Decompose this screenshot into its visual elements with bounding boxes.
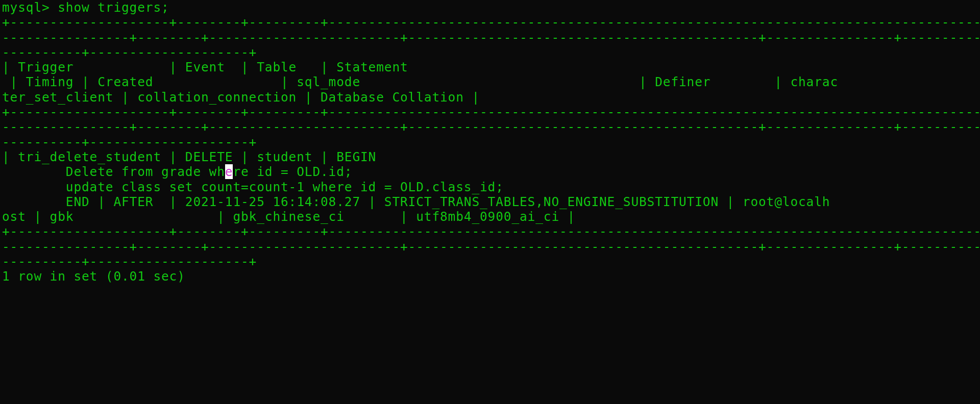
table-border: ----------+--------------------+ bbox=[2, 135, 257, 149]
table-border: ----------------+--------+--------------… bbox=[2, 119, 980, 134]
table-border: +--------------------+--------+---------… bbox=[2, 224, 980, 239]
table-row: re id = OLD.id; bbox=[233, 164, 352, 179]
table-header: | Timing | Created | sql_mode | Definer … bbox=[2, 74, 838, 89]
table-header: ter_set_client | collation_connection | … bbox=[2, 90, 480, 105]
table-border: ----------------+--------+--------------… bbox=[2, 30, 980, 45]
table-row: ost | gbk | gbk_chinese_ci | utf8mb4_090… bbox=[2, 209, 575, 224]
mysql-terminal[interactable]: mysql> show triggers; +-----------------… bbox=[0, 0, 980, 284]
table-border: +--------------------+--------+---------… bbox=[2, 15, 980, 30]
table-border: ----------------+--------+--------------… bbox=[2, 239, 980, 254]
table-row: Delete from grade wh bbox=[2, 164, 225, 179]
table-border: +--------------------+--------+---------… bbox=[2, 105, 980, 119]
text-cursor-icon: e bbox=[225, 164, 233, 179]
table-row: END | AFTER | 2021-11-25 16:14:08.27 | S… bbox=[2, 194, 830, 209]
prompt-line: mysql> show triggers; bbox=[2, 0, 169, 15]
table-row: | tri_delete_student | DELETE | student … bbox=[2, 149, 376, 164]
table-header: | Trigger | Event | Table | Statement bbox=[2, 60, 408, 74]
table-border: ----------+--------------------+ bbox=[2, 45, 257, 60]
table-border: ----------+--------------------+ bbox=[2, 254, 257, 269]
table-row: update class set count=count-1 where id … bbox=[2, 180, 504, 194]
result-line: 1 row in set (0.01 sec) bbox=[2, 269, 185, 284]
